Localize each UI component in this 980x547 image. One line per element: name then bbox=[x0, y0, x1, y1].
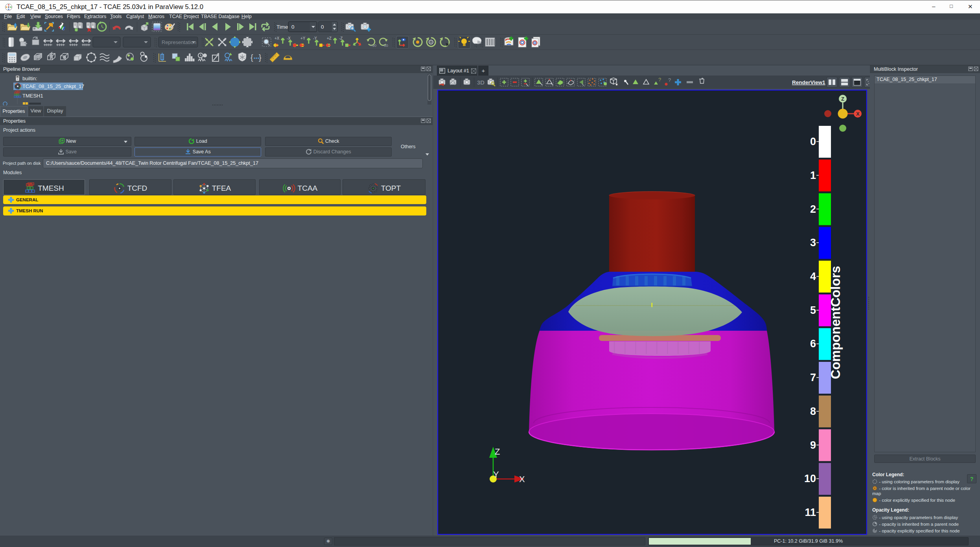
svg-text:?: ? bbox=[658, 77, 661, 83]
svg-text:builtin:: builtin: bbox=[22, 76, 37, 81]
svg-text:6: 6 bbox=[810, 338, 816, 350]
svg-text:7: 7 bbox=[810, 372, 816, 383]
svg-text:1: 1 bbox=[810, 169, 816, 181]
svg-text:Z: Z bbox=[841, 96, 844, 102]
svg-text:TMESH1: TMESH1 bbox=[22, 93, 43, 99]
svg-text:8: 8 bbox=[810, 405, 816, 417]
svg-text:+Y: +Y bbox=[300, 36, 306, 41]
svg-text:}: } bbox=[259, 53, 262, 62]
svg-text:+90: +90 bbox=[370, 43, 376, 48]
svg-text:{: { bbox=[251, 53, 253, 62]
svg-text:4: 4 bbox=[810, 271, 816, 282]
svg-text:Y: Y bbox=[493, 470, 499, 479]
svg-text:RenderView1: RenderView1 bbox=[792, 79, 825, 85]
svg-text:TCAE_08_15_25_chkpt_17: TCAE_08_15_25_chkpt_17 bbox=[22, 83, 84, 89]
svg-text:+Z: +Z bbox=[327, 36, 332, 41]
svg-text:0: 0 bbox=[291, 24, 295, 30]
svg-text:X: X bbox=[856, 111, 860, 117]
svg-text:Representation: Representation bbox=[162, 39, 196, 45]
svg-text:X: X bbox=[519, 474, 525, 484]
svg-text:Z: Z bbox=[495, 447, 500, 457]
svg-text:3D: 3D bbox=[477, 79, 484, 86]
svg-text:-X: -X bbox=[287, 36, 291, 41]
svg-text:-90: -90 bbox=[383, 43, 388, 48]
svg-text:+X: +X bbox=[274, 36, 280, 41]
svg-text:3: 3 bbox=[810, 237, 816, 249]
svg-text:0: 0 bbox=[321, 24, 324, 30]
svg-text:?: ? bbox=[668, 77, 671, 83]
svg-text:-Y: -Y bbox=[313, 36, 317, 41]
svg-text:2: 2 bbox=[810, 203, 816, 215]
svg-text:10: 10 bbox=[804, 473, 816, 484]
svg-text:11: 11 bbox=[805, 506, 816, 518]
svg-text:0: 0 bbox=[810, 136, 816, 147]
svg-text:5: 5 bbox=[810, 304, 816, 316]
svg-text:9: 9 bbox=[810, 439, 816, 451]
svg-text:Time:: Time: bbox=[276, 24, 289, 30]
svg-text:ComponentColors: ComponentColors bbox=[828, 266, 843, 379]
